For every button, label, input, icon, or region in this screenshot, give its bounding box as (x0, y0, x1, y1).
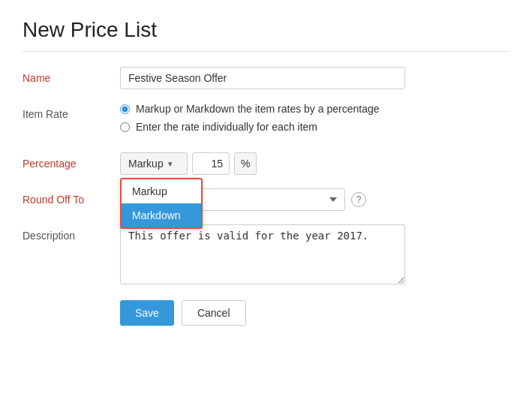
percentage-controls: Markup ▼ % Markup Markdown (120, 152, 509, 175)
name-field-container (120, 67, 509, 89)
markup-dropdown-menu: Markup Markdown (120, 178, 203, 229)
name-input[interactable] (120, 67, 405, 89)
name-label: Name (23, 67, 120, 84)
dropdown-arrow-icon: ▼ (167, 160, 174, 168)
description-textarea[interactable]: This offer is valid for the year 2017. (120, 224, 405, 284)
roundoff-label: Round Off To (23, 188, 120, 206)
save-button[interactable]: Save (120, 300, 174, 326)
radio-individual-label: Enter the rate individually for each ite… (136, 121, 317, 133)
radio-option-individual[interactable]: Enter the rate individually for each ite… (120, 121, 509, 133)
radio-individual-input[interactable] (120, 122, 130, 132)
percentage-row: Percentage Markup ▼ % Markup Markdown (23, 152, 509, 175)
percentage-content: Markup ▼ % Markup Markdown (120, 152, 509, 175)
radio-markup-label: Markup or Markdown the item rates by a p… (136, 103, 380, 115)
description-row: Description This offer is valid for the … (23, 224, 509, 287)
form-section: Name Item Rate Markup or Markdown the it… (23, 67, 509, 287)
radio-markup-input[interactable] (120, 104, 130, 114)
cancel-button[interactable]: Cancel (182, 300, 246, 326)
markup-dropdown-trigger[interactable]: Markup ▼ (120, 152, 188, 175)
item-rate-row: Item Rate Markup or Markdown the item ra… (23, 103, 509, 139)
dropdown-item-markup[interactable]: Markup (122, 179, 201, 203)
name-row: Name (23, 67, 509, 89)
roundoff-row: Round Off To number ? (23, 188, 509, 211)
page-title: New Price List (23, 18, 509, 52)
radio-option-markup[interactable]: Markup or Markdown the item rates by a p… (120, 103, 509, 115)
dropdown-selected-text: Markup (128, 158, 164, 170)
description-content: This offer is valid for the year 2017. (120, 224, 509, 287)
help-icon[interactable]: ? (351, 192, 366, 207)
item-rate-label: Item Rate (23, 103, 120, 120)
dropdown-item-markdown[interactable]: Markdown (122, 203, 201, 227)
buttons-row: Save Cancel (120, 300, 509, 326)
percentage-input[interactable] (192, 152, 230, 175)
item-rate-content: Markup or Markdown the item rates by a p… (120, 103, 509, 139)
percentage-label: Percentage (23, 152, 120, 170)
percent-symbol: % (234, 152, 257, 175)
description-label: Description (23, 224, 120, 242)
